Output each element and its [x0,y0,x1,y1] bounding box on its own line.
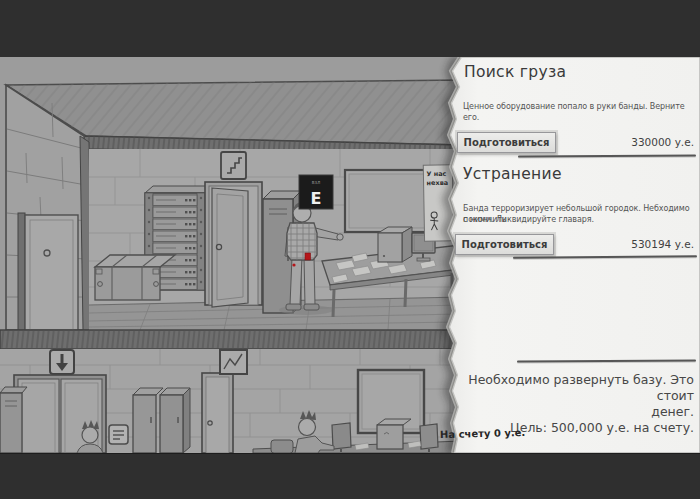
mission-description: Ценное оборудование попало в руки банды.… [463,101,700,123]
divider [513,255,697,258]
game-screenshot: ВЗЛ E [0,0,700,499]
mission-panel: Поиск груза Ценное оборудование попало в… [0,0,700,499]
prepare-button[interactable]: Подготовиться [455,234,554,255]
mission-reward: 530194 у.е. [560,238,694,250]
divider [517,359,696,362]
mission-description: с ними. Ликвидируйте главаря. [463,214,594,225]
goal-text: Необходимо развернуть базу. Это стоит де… [448,372,694,436]
letterbox-bottom [0,453,700,499]
goal-line: Необходимо развернуть базу. Это стоит [448,372,694,404]
divider [518,154,696,157]
prepare-button[interactable]: Подготовиться [457,132,556,153]
mission-title: Поиск груза [464,63,566,81]
mission-reward: 330000 у.е. [560,136,694,148]
goal-line: денег. [448,404,694,420]
mission-title: Устранение [463,165,562,183]
account-balance: На счету 0 у.е. [440,427,526,440]
